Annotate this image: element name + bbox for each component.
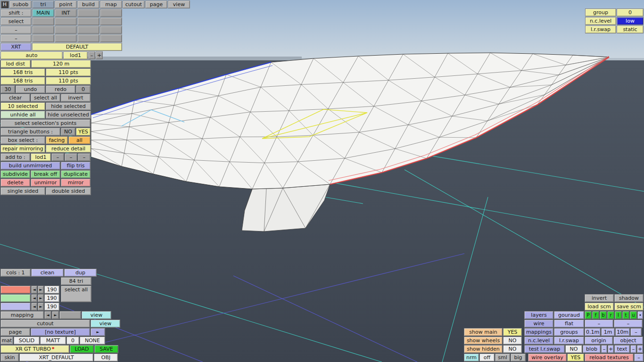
color-next-button[interactable]: ► xyxy=(38,303,44,311)
save-button[interactable]: SAVE xyxy=(94,345,118,353)
test-lrswap-button[interactable]: test l.r.swap xyxy=(524,345,565,353)
tab-view[interactable]: view xyxy=(168,0,190,8)
blob-plus-button[interactable]: + xyxy=(608,345,614,353)
obj-button[interactable]: OBJ xyxy=(94,354,118,362)
scale-01m-button[interactable]: 0.1m xyxy=(585,328,601,336)
invert-view-button[interactable]: invert xyxy=(585,294,614,302)
color-value-red[interactable]: 190 xyxy=(44,286,59,294)
xrt-button[interactable]: XRT xyxy=(0,43,32,51)
nrm-off-button[interactable]: off xyxy=(479,354,495,362)
triangle-buttons-no[interactable]: NO xyxy=(61,128,75,136)
color-swatch-green[interactable] xyxy=(0,294,31,302)
add-to-dash-button[interactable]: – xyxy=(78,153,91,161)
skin-name-button[interactable]: XRT_DEFAULT xyxy=(19,354,93,362)
texture-select-button[interactable]: [no texture] xyxy=(31,328,90,336)
tab-build[interactable]: build xyxy=(77,0,99,8)
tab-tri[interactable]: tri xyxy=(32,0,54,8)
repair-mirroring-button[interactable]: repair mirroring xyxy=(0,145,45,153)
cols-count-button[interactable]: cols : 1 xyxy=(0,269,31,277)
scale-1m-button[interactable]: 1m xyxy=(601,328,615,336)
default-config-button[interactable]: DEFAULT xyxy=(32,43,122,51)
lrswap-value[interactable]: static xyxy=(617,25,644,33)
tab-page[interactable]: page xyxy=(145,0,167,8)
test-lrswap-toggle[interactable]: NO xyxy=(565,345,582,353)
auto-lod-button[interactable]: auto xyxy=(0,51,63,59)
blob-minus-button[interactable]: – xyxy=(601,345,607,353)
box-select-all-button[interactable]: all xyxy=(68,136,91,144)
color-prev-button[interactable]: ◄ xyxy=(31,286,37,294)
texture-next-button[interactable]: ► xyxy=(91,328,105,336)
wire-overlay-toggle[interactable]: YES xyxy=(567,354,584,362)
gouraud-button[interactable]: gouraud xyxy=(554,311,584,319)
dash-button[interactable]: – xyxy=(634,354,644,362)
layer-toggle-l[interactable]: l xyxy=(615,311,622,319)
clear-button[interactable]: clear xyxy=(0,94,30,102)
shift-main-button[interactable]: MAIN xyxy=(32,9,54,17)
load-button[interactable]: LOAD xyxy=(70,345,94,353)
layers-button[interactable]: layers xyxy=(524,311,553,319)
groups-button[interactable]: groups xyxy=(554,328,584,336)
color-value-green[interactable]: 190 xyxy=(44,294,59,302)
mapping-next-button[interactable]: ► xyxy=(52,311,59,319)
clean-button[interactable]: clean xyxy=(31,269,64,277)
tab-subob[interactable]: subob xyxy=(9,0,32,8)
mat-solid-button[interactable]: SOLID xyxy=(14,337,40,345)
dash-button[interactable]: – xyxy=(585,320,613,328)
tab-point[interactable]: point xyxy=(55,0,77,8)
flat-button[interactable]: flat xyxy=(554,320,584,328)
origin-button[interactable]: origin xyxy=(585,337,613,345)
layer-toggle-f[interactable]: f xyxy=(592,311,599,319)
color-prev-button[interactable]: ◄ xyxy=(31,303,37,311)
break-off-button[interactable]: break off xyxy=(31,170,60,178)
unhide-all-button[interactable]: unhide all xyxy=(0,111,45,119)
dup-button[interactable]: dup xyxy=(64,269,97,277)
text-button[interactable]: text xyxy=(614,345,630,353)
nrm-sml-button[interactable]: sml xyxy=(495,354,510,362)
lod-plus-button[interactable]: + xyxy=(96,51,103,59)
lod-dist-value[interactable]: 120 m xyxy=(31,60,91,68)
cutout-view-button[interactable]: view xyxy=(91,320,120,328)
unmirror-button[interactable]: unmirror xyxy=(31,179,60,187)
save-scm-button[interactable]: save scm xyxy=(614,303,644,311)
mapping-prev-button[interactable]: ◄ xyxy=(44,311,51,319)
layer-toggle-p[interactable]: P xyxy=(585,311,592,319)
select-all-button[interactable]: select all xyxy=(31,94,60,102)
shift-int-button[interactable]: INT xyxy=(55,9,77,17)
mapping-view-button[interactable]: view xyxy=(82,311,111,319)
double-sided-button[interactable]: double sided xyxy=(46,187,91,195)
blob-button[interactable]: blob xyxy=(583,345,601,353)
palette-select-all-button[interactable]: select all xyxy=(61,286,91,302)
nrm-big-button[interactable]: big xyxy=(511,354,526,362)
build-unmirrored-button[interactable]: build unmirrored xyxy=(0,162,60,170)
shadow-button[interactable]: shadow xyxy=(614,294,644,302)
redo-button[interactable]: redo xyxy=(46,85,75,93)
color-swatch-red[interactable] xyxy=(0,286,31,294)
hide-selected-button[interactable]: hide selected xyxy=(46,102,91,110)
dash-button[interactable]: – xyxy=(614,320,643,328)
mapping-button[interactable]: mapping xyxy=(0,311,44,319)
single-sided-button[interactable]: single sided xyxy=(0,187,45,195)
nrm-button[interactable]: nrm xyxy=(464,354,479,362)
lrswap-view-button[interactable]: l.r.swap xyxy=(554,337,584,345)
color-swatch-blue[interactable] xyxy=(0,303,31,311)
layer-toggle-t[interactable]: t xyxy=(622,311,629,319)
reduce-detail-button[interactable]: reduce detail xyxy=(46,145,91,153)
reload-textures-button[interactable]: reload textures xyxy=(585,354,634,362)
delete-button[interactable]: delete xyxy=(0,179,30,187)
load-scm-button[interactable]: load scm xyxy=(585,303,614,311)
color-next-button[interactable]: ► xyxy=(38,294,44,302)
text-minus-button[interactable]: – xyxy=(630,345,636,353)
hide-unselected-button[interactable]: hide unselected xyxy=(46,111,91,119)
tab-cutout[interactable]: cutout xyxy=(123,0,145,8)
layer-toggle-r[interactable]: r xyxy=(607,311,614,319)
tab-map[interactable]: map xyxy=(100,0,122,8)
dash-button[interactable]: – xyxy=(0,26,32,34)
ncl-view-button[interactable]: n.c.level xyxy=(524,337,553,345)
ncl-value[interactable]: low xyxy=(617,17,644,25)
layer-toggle-u[interactable]: u xyxy=(630,311,637,319)
dash-button[interactable]: – xyxy=(630,328,642,336)
color-next-button[interactable]: ► xyxy=(38,286,44,294)
duplicate-button[interactable]: duplicate xyxy=(61,170,91,178)
add-to-lod1-button[interactable]: lod1 xyxy=(31,153,51,161)
mirror-button[interactable]: mirror xyxy=(61,179,91,187)
